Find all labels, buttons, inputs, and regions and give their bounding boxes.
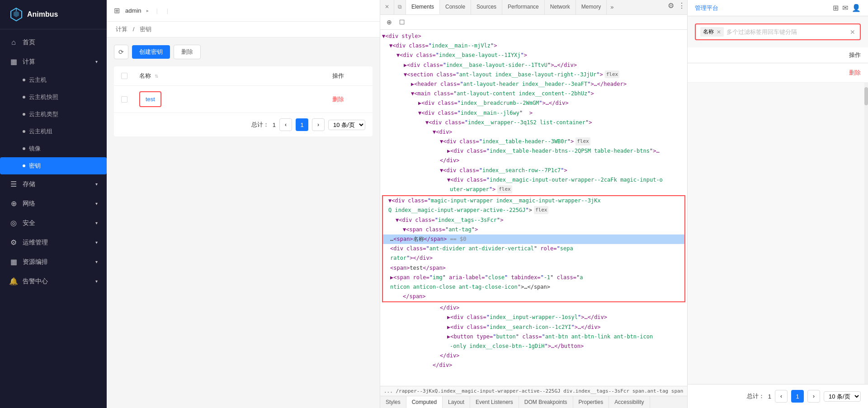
- element-line[interactable]: ▶<div class="index__search-icon--1c2YI">…: [380, 323, 687, 332]
- tab-elements[interactable]: Elements: [406, 0, 440, 14]
- sidebar-item-cloud-snapshot[interactable]: 云主机快照: [0, 89, 107, 106]
- row-name-cell: test: [139, 91, 311, 107]
- breadcrumb-secret: 密钥: [140, 26, 151, 33]
- search-tag-close-icon[interactable]: ✕: [717, 29, 721, 35]
- scrollbar-thumb[interactable]: [864, 87, 868, 105]
- element-line[interactable]: ▶<div class="index__base-layout-sider--1…: [380, 61, 687, 70]
- element-line[interactable]: ▶<button type="button" class="ant-btn an…: [380, 332, 687, 342]
- tab-resize[interactable]: ⧉: [394, 0, 406, 14]
- element-line[interactable]: ▼<div class="index__main--jl6wy" >: [380, 108, 687, 118]
- element-line[interactable]: ▶<span role="img" aria-label="close" tab…: [383, 273, 684, 282]
- next-page-button[interactable]: ›: [312, 118, 325, 131]
- element-line[interactable]: </div>: [380, 303, 687, 313]
- next-page-button[interactable]: ›: [807, 390, 820, 403]
- sidebar-item-resource[interactable]: ▦ 资源编排 ▾: [0, 252, 107, 272]
- element-line[interactable]: ▶<div class="index__breadcrumb--2WmGM">……: [380, 98, 687, 108]
- per-page-select[interactable]: 10 条/页 20 条/页 50 条/页: [328, 120, 365, 130]
- element-line[interactable]: ▼<div class="index__main--mjVlz">: [380, 41, 687, 51]
- row-name-value[interactable]: test: [139, 91, 161, 107]
- element-line[interactable]: ▼<span class="ant-tag">: [383, 225, 684, 234]
- tab-memory[interactable]: Memory: [576, 0, 607, 14]
- tab-sources[interactable]: Sources: [471, 0, 502, 14]
- create-secret-button[interactable]: 创建密钥: [132, 45, 170, 59]
- refresh-button[interactable]: ⟳: [114, 45, 128, 59]
- header-links: 管理平台: [695, 4, 718, 12]
- delete-button[interactable]: 删除: [174, 45, 201, 59]
- element-line[interactable]: ▼<div style>: [380, 32, 687, 41]
- search-clear-button[interactable]: ✕: [850, 28, 855, 36]
- mail-icon[interactable]: ✉: [842, 4, 848, 12]
- element-line[interactable]: </div>: [380, 351, 687, 361]
- bottom-tab-layout[interactable]: Layout: [443, 396, 470, 408]
- sidebar-item-secret[interactable]: 密钥: [0, 157, 107, 174]
- devtools-bottom-tabs: Styles Computed Layout Event Listeners D…: [380, 396, 687, 408]
- tab-console[interactable]: Console: [440, 0, 471, 14]
- prev-page-button[interactable]: ‹: [775, 390, 788, 403]
- tab-network[interactable]: Network: [545, 0, 576, 14]
- sidebar-item-ops[interactable]: ⚙ 运维管理 ▾: [0, 233, 107, 252]
- sidebar-item-home[interactable]: ⌂ 首页: [0, 33, 107, 52]
- bottom-tab-properties[interactable]: Properties: [573, 396, 609, 408]
- sidebar-item-security[interactable]: ◎ 安全 ▾: [0, 213, 107, 233]
- element-line[interactable]: Q index__magic-input-wrapper-active--225…: [383, 206, 684, 215]
- search-input-box[interactable]: 名称 ✕ 多个过滤标签用回车键分隔 ✕: [695, 23, 861, 40]
- inspect-element-button[interactable]: ⊕: [384, 17, 395, 28]
- highlighted-box: ▼<div class="magic-input-wrapper index__…: [382, 195, 685, 302]
- element-line[interactable]: rator"></div>: [383, 253, 684, 263]
- sidebar-sub-label: 云主机组: [29, 127, 52, 136]
- tab-more[interactable]: »: [607, 0, 617, 14]
- manage-platform-link[interactable]: 管理平台: [695, 4, 718, 12]
- sidebar-item-compute[interactable]: ▦ 计算 ▾: [0, 52, 107, 71]
- element-line[interactable]: ▼<div>: [380, 127, 687, 137]
- bottom-tab-computed[interactable]: Computed: [406, 396, 443, 408]
- element-line[interactable]: ▼<div class="index__wrapper--3q1S2 list-…: [380, 118, 687, 127]
- element-line[interactable]: <div class="ant-divider ant-divider-vert…: [383, 244, 684, 253]
- per-page-select[interactable]: 10 条/页: [824, 391, 861, 402]
- sidebar-item-alert[interactable]: 🔔 告警中心 ▾: [0, 272, 107, 291]
- sidebar-item-network[interactable]: ⊕ 网络 ▾: [0, 194, 107, 213]
- sidebar-item-cloud-group[interactable]: 云主机组: [0, 123, 107, 140]
- tab-close[interactable]: ✕: [380, 0, 394, 14]
- sidebar-item-cloud-type[interactable]: 云主机类型: [0, 106, 107, 123]
- bottom-tab-dom-breakpoints[interactable]: DOM Breakpoints: [519, 396, 573, 408]
- select-all-checkbox[interactable]: [121, 73, 127, 79]
- bottom-tab-styles[interactable]: Styles: [380, 396, 406, 408]
- devtools-elements-tree[interactable]: ▼<div style> ▼<div class="index__main--m…: [380, 30, 687, 386]
- row-checkbox[interactable]: [121, 96, 127, 103]
- sidebar-item-cloud-vm[interactable]: 云主机: [0, 71, 107, 89]
- delete-row-button[interactable]: 删除: [332, 96, 344, 103]
- element-line[interactable]: ▼<section class="ant-layout index__base-…: [380, 70, 687, 80]
- devtools-settings-icon[interactable]: ⚙: [665, 0, 676, 11]
- bottom-tab-accessibility[interactable]: Accessibility: [609, 396, 650, 408]
- element-line[interactable]: ▼<div class="index__table-header--3WB0r"…: [380, 137, 687, 146]
- element-line[interactable]: ▼<main class="ant-layout-content index__…: [380, 89, 687, 98]
- element-line[interactable]: uter-wrapper">flex: [380, 185, 687, 194]
- dot-icon: [23, 147, 25, 150]
- devtools-more-icon[interactable]: ⋮: [676, 0, 687, 11]
- sidebar-item-mirror[interactable]: 镜像: [0, 140, 107, 157]
- element-line[interactable]: <span>test</span>: [383, 263, 684, 273]
- bottom-tab-event-listeners[interactable]: Event Listeners: [470, 396, 519, 408]
- grid-icon[interactable]: ⊞: [833, 4, 839, 12]
- device-toggle-button[interactable]: ☐: [396, 17, 407, 28]
- element-line[interactable]: ▶<header class="ant-layout-header index_…: [380, 80, 687, 89]
- element-line[interactable]: </span>: [383, 292, 684, 301]
- element-line[interactable]: nticon anticon-close ant-tag-close-icon"…: [383, 282, 684, 292]
- right-panel-delete-button[interactable]: 删除: [849, 69, 861, 77]
- element-line[interactable]: ▶<div class="index__input-wrapper--1osyl…: [380, 313, 687, 322]
- element-line[interactable]: ▼<div class="magic-input-wrapper index__…: [383, 196, 684, 206]
- element-line[interactable]: ▼<div class="index__base-layout--1IYXj">: [380, 51, 687, 60]
- sidebar-item-storage[interactable]: ☰ 存储 ▾: [0, 174, 107, 194]
- element-line[interactable]: ▶<div class="index__table-header-btns--2…: [380, 146, 687, 156]
- element-line[interactable]: ▼<div class="index__search-row--7P1c7">: [380, 166, 687, 175]
- element-line[interactable]: ▼<div class="index__magic-input-outer-wr…: [380, 175, 687, 185]
- chevron-icon: ▾: [95, 182, 98, 187]
- element-line[interactable]: </div>: [380, 156, 687, 165]
- user-icon[interactable]: 👤: [852, 4, 861, 12]
- element-line-selected[interactable]: …<span>名称</span> == $0: [383, 234, 684, 244]
- tab-performance[interactable]: Performance: [502, 0, 545, 14]
- prev-page-button[interactable]: ‹: [279, 118, 292, 131]
- element-line[interactable]: ▼<div class="index__tags--3sFcr">: [383, 216, 684, 225]
- element-line[interactable]: -only index__close-btn--1gDiH">…</button…: [380, 342, 687, 351]
- element-line[interactable]: </div>: [380, 361, 687, 370]
